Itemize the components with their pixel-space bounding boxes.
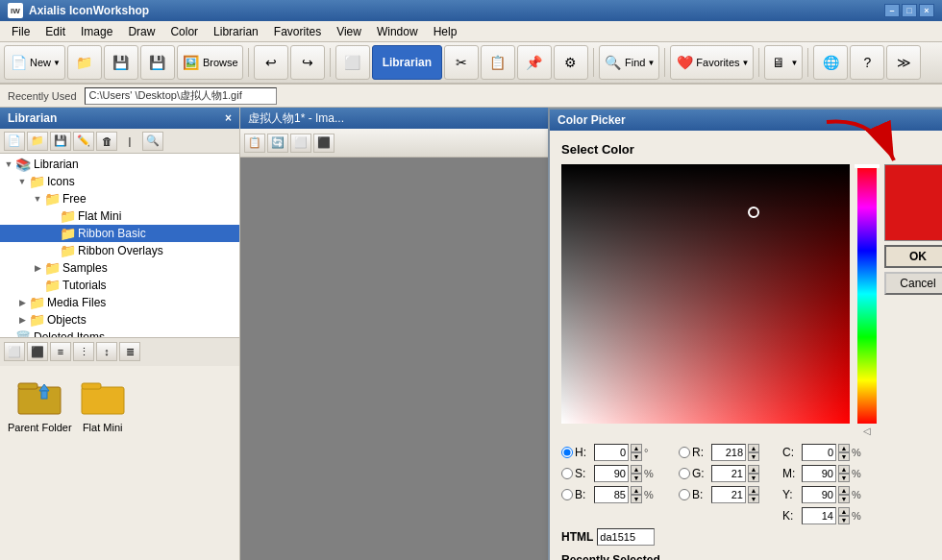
help-button[interactable]: ? [850, 45, 884, 80]
sat-down[interactable]: ▼ [631, 474, 642, 482]
save-as-button[interactable]: 💾 [140, 45, 175, 80]
tree-item-deleted-items[interactable]: 🗑️ Deleted Items [0, 329, 239, 337]
tree-item-media-files[interactable]: ▶ 📁 Media Files [0, 294, 239, 311]
red-input[interactable] [711, 444, 746, 461]
green-radio[interactable] [679, 468, 690, 479]
black-up[interactable]: ▲ [838, 507, 850, 516]
lib-tb-save[interactable]: 💾 [50, 132, 71, 151]
tree-item-icons[interactable]: ▼ 📁 Icons [0, 173, 239, 190]
cyan-down[interactable]: ▼ [838, 452, 850, 461]
menu-image[interactable]: Image [73, 23, 120, 40]
cyan-input[interactable] [802, 444, 836, 461]
lib-view-btn-1[interactable]: ⬜ [4, 342, 25, 361]
blue-up[interactable]: ▲ [748, 486, 759, 495]
hue-down[interactable]: ▼ [631, 452, 642, 461]
lib-tb-search[interactable]: 🔍 [142, 132, 163, 151]
tree-item-samples[interactable]: ▶ 📁 Samples [0, 259, 239, 277]
green-input[interactable] [711, 465, 746, 482]
yellow-down[interactable]: ▼ [838, 495, 850, 503]
tree-item-flat-mini[interactable]: 📁 Flat Mini [0, 207, 239, 225]
brightness-input[interactable] [594, 486, 629, 503]
magenta-down[interactable]: ▼ [838, 474, 850, 482]
settings-button[interactable]: ⚙ [554, 45, 588, 80]
lib-tb-edit[interactable]: ✏️ [73, 132, 94, 151]
globe-button[interactable]: 🌐 [813, 45, 848, 80]
find-button[interactable]: 🔍 Find ▼ [599, 45, 659, 80]
tree-item-librarian[interactable]: ▼ 📚 Librarian [0, 156, 239, 173]
yellow-input[interactable] [802, 486, 836, 503]
magenta-up[interactable]: ▲ [838, 465, 850, 474]
undo-button[interactable]: ↩ [254, 45, 288, 80]
yellow-up[interactable]: ▲ [838, 486, 850, 495]
blue-down[interactable]: ▼ [748, 495, 759, 503]
menu-edit[interactable]: Edit [37, 23, 73, 40]
librarian-button[interactable]: Librarian [372, 45, 442, 80]
close-button[interactable]: × [919, 4, 934, 17]
blue-radio[interactable] [679, 489, 690, 500]
black-down[interactable]: ▼ [838, 516, 850, 524]
red-down[interactable]: ▼ [748, 452, 759, 461]
open-button[interactable]: 📁 [67, 45, 102, 80]
flat-mini-item[interactable]: Flat Mini [80, 374, 126, 433]
tree-item-free[interactable]: ▼ 📁 Free [0, 190, 239, 207]
canvas-tb-4[interactable]: ⬛ [313, 134, 335, 153]
brightness-up[interactable]: ▲ [631, 486, 642, 495]
cut-button[interactable]: ✂ [444, 45, 479, 80]
lib-filter-btn[interactable]: ≣ [119, 342, 140, 361]
menu-file[interactable]: File [4, 23, 37, 40]
hue-input[interactable] [594, 444, 629, 461]
cancel-button[interactable]: Cancel [884, 272, 942, 295]
hue-radio[interactable] [561, 447, 573, 458]
magenta-input[interactable] [802, 465, 836, 482]
brightness-down[interactable]: ▼ [631, 495, 642, 503]
favorites-button[interactable]: ❤️ Favorites ▼ [670, 45, 754, 80]
extra-button[interactable]: ≫ [886, 45, 921, 80]
parent-folder-item[interactable]: Parent Folder [8, 374, 72, 433]
lib-sort-btn[interactable]: ↕ [96, 342, 117, 361]
canvas-button[interactable]: ⬜ [335, 45, 370, 80]
librarian-close-button[interactable]: × [225, 111, 232, 125]
menu-librarian[interactable]: Librarian [206, 23, 266, 40]
brightness-radio[interactable] [561, 489, 573, 500]
tree-item-tutorials[interactable]: 📁 Tutorials [0, 277, 239, 294]
screen-button[interactable]: 🖥 ▼ [764, 45, 803, 80]
menu-window[interactable]: Window [369, 23, 426, 40]
tree-item-ribbon-basic[interactable]: 📁 Ribbon Basic [0, 225, 239, 242]
save-button[interactable]: 💾 [104, 45, 138, 80]
sat-radio[interactable] [561, 468, 573, 479]
canvas-tb-3[interactable]: ⬜ [290, 134, 311, 153]
lib-tb-open[interactable]: 📁 [27, 132, 48, 151]
canvas-tb-2[interactable]: 🔄 [267, 134, 288, 153]
lib-tb-new[interactable]: 📄 [4, 132, 25, 151]
html-color-input[interactable] [597, 528, 655, 546]
red-up[interactable]: ▲ [748, 444, 759, 452]
maximize-button[interactable]: □ [902, 4, 917, 17]
green-up[interactable]: ▲ [748, 465, 759, 474]
cyan-up[interactable]: ▲ [838, 444, 850, 452]
hue-up[interactable]: ▲ [631, 444, 642, 452]
menu-help[interactable]: Help [426, 23, 465, 40]
ok-button[interactable]: OK [884, 245, 942, 268]
redo-button[interactable]: ↪ [290, 45, 325, 80]
canvas-tb-1[interactable]: 📋 [244, 134, 265, 153]
tree-item-ribbon-overlays[interactable]: 📁 Ribbon Overlays [0, 242, 239, 259]
green-down[interactable]: ▼ [748, 474, 759, 482]
menu-favorites[interactable]: Favorites [266, 23, 329, 40]
menu-draw[interactable]: Draw [120, 23, 162, 40]
color-gradient-picker[interactable] [561, 164, 850, 424]
browse-button[interactable]: 🖼️ Browse [177, 45, 243, 80]
lib-view-btn-2[interactable]: ⬛ [27, 342, 48, 361]
menu-color[interactable]: Color [162, 23, 206, 40]
paste-button[interactable]: 📌 [517, 45, 552, 80]
blue-input[interactable] [711, 486, 746, 503]
menu-view[interactable]: View [329, 23, 369, 40]
new-button[interactable]: 📄 New ▼ [4, 45, 65, 80]
tree-item-objects[interactable]: ▶ 📁 Objects [0, 311, 239, 329]
copy-button[interactable]: 📋 [481, 45, 515, 80]
red-radio[interactable] [679, 447, 690, 458]
sat-input[interactable] [594, 465, 629, 482]
lib-tb-delete[interactable]: 🗑 [96, 132, 117, 151]
sat-up[interactable]: ▲ [631, 465, 642, 474]
lib-view-btn-3[interactable]: ≡ [50, 342, 71, 361]
black-input[interactable] [802, 507, 836, 524]
